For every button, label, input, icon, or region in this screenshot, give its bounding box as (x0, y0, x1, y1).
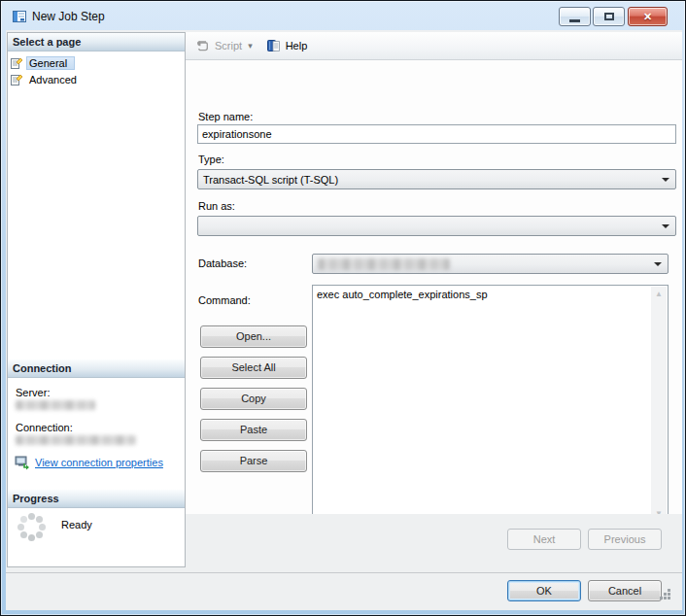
titlebar[interactable]: New Job Step ✕ (2, 2, 684, 30)
run-as-label: Run as: (198, 200, 235, 212)
type-dropdown[interactable]: Transact-SQL script (T-SQL) (197, 169, 676, 189)
window-title: New Job Step (32, 10, 105, 23)
parse-button[interactable]: Parse (200, 450, 307, 472)
next-button[interactable]: Next (507, 529, 581, 550)
paste-button[interactable]: Paste (200, 419, 307, 441)
progress-section-header: Progress (8, 490, 185, 508)
wizard-nav-zone: Next Previous (186, 514, 682, 572)
script-dropdown-icon[interactable]: ▾ (248, 41, 253, 51)
sidebar-item-label: Advanced (26, 73, 85, 86)
help-button[interactable]: Help (266, 38, 308, 53)
database-dropdown[interactable] (312, 254, 669, 274)
toolbar: Script ▾ Help (186, 32, 682, 60)
sidebar-item-label: General (26, 56, 75, 70)
connection-value-redacted (16, 435, 136, 445)
connection-section-header: Connection (8, 359, 185, 378)
select-a-page-header: Select a page (8, 33, 185, 51)
minimize-button[interactable] (559, 7, 591, 26)
script-button-label: Script (215, 40, 242, 51)
chevron-down-icon (662, 224, 669, 228)
previous-button[interactable]: Previous (588, 529, 662, 550)
chevron-down-icon (654, 262, 662, 266)
progress-spinner-icon (28, 524, 35, 530)
close-icon: ✕ (629, 11, 667, 23)
server-label: Server: (16, 387, 50, 398)
type-label: Type: (198, 154, 224, 165)
run-as-dropdown[interactable] (197, 216, 676, 236)
server-value-redacted (16, 400, 95, 410)
help-button-label: Help (286, 40, 308, 51)
dialog-client-area: Select a page General (6, 30, 682, 610)
step-name-label: Step name: (198, 111, 253, 122)
page-icon (10, 73, 23, 86)
sidebar: Select a page General (7, 32, 186, 567)
scroll-up-icon[interactable]: ▲ (655, 291, 663, 298)
connection-properties-icon (15, 455, 30, 470)
script-button[interactable]: Script ▾ (195, 38, 253, 53)
ok-button[interactable]: OK (507, 580, 581, 601)
maximize-button[interactable] (593, 7, 625, 26)
help-icon (266, 38, 282, 53)
script-icon (195, 38, 211, 53)
command-textarea[interactable]: exec auto_complete_expirations_sp ▲ ▼ ◄ … (312, 285, 669, 540)
job-step-app-icon (12, 9, 27, 24)
page-icon (10, 56, 23, 70)
close-button[interactable]: ✕ (628, 7, 668, 26)
database-label: Database: (198, 257, 247, 269)
sidebar-item-advanced[interactable]: Advanced (10, 71, 85, 87)
progress-status: Ready (61, 519, 92, 530)
step-name-input[interactable] (197, 124, 676, 144)
database-value-redacted (318, 258, 450, 270)
resize-grip[interactable] (668, 597, 670, 599)
maximize-icon (604, 13, 614, 20)
new-job-step-dialog: New Job Step ✕ Select a page General (0, 0, 686, 616)
cancel-button[interactable]: Cancel (588, 580, 662, 601)
sidebar-item-general[interactable]: General (10, 54, 75, 71)
copy-button[interactable]: Copy (200, 388, 307, 410)
select-all-button[interactable]: Select All (200, 357, 307, 379)
minimize-icon (569, 19, 580, 22)
connection-label: Connection: (16, 422, 73, 433)
command-label: Command: (198, 294, 251, 306)
general-page-panel: Step name: Type: Transact-SQL script (T-… (186, 60, 682, 514)
open-button[interactable]: Open... (200, 325, 307, 348)
command-text: exec auto_complete_expirations_sp (317, 288, 647, 520)
view-connection-properties-row: View connection properties (15, 455, 163, 470)
dialog-button-bar: OK Cancel (6, 572, 682, 610)
vertical-scrollbar[interactable]: ▲ ▼ (651, 287, 667, 522)
view-connection-properties-link[interactable]: View connection properties (35, 457, 163, 468)
type-dropdown-value: Transact-SQL script (T-SQL) (203, 174, 338, 186)
chevron-down-icon (662, 178, 669, 182)
